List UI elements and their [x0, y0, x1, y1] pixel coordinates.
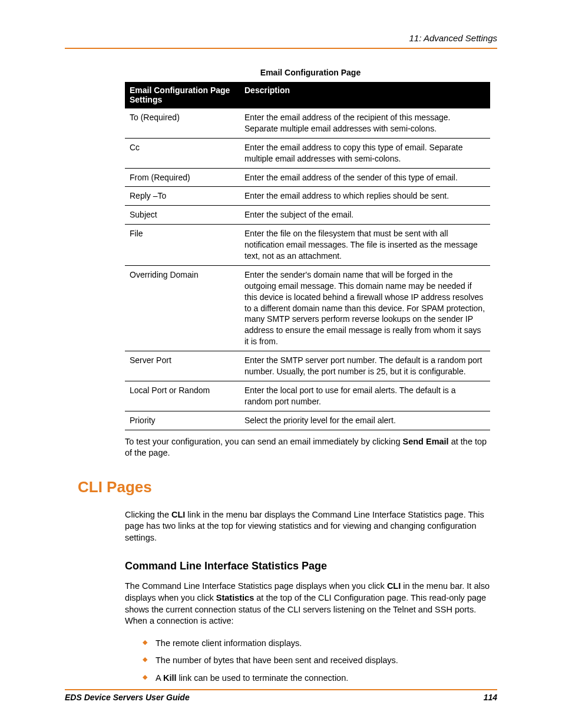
- cell-setting: File: [125, 225, 240, 266]
- bold-text: Statistics: [216, 593, 254, 602]
- page-number: 114: [484, 693, 497, 702]
- text: A: [156, 673, 163, 683]
- cell-setting: Overriding Domain: [125, 265, 240, 351]
- table-row: To (Required)Enter the email address of …: [125, 108, 490, 139]
- bold-text: CLI: [387, 581, 401, 591]
- subsection-heading-cli-stats: Command Line Interface Statistics Page: [125, 560, 497, 572]
- cell-desc: Enter the local port to use for email al…: [240, 381, 490, 411]
- text: link can be used to terminate the connec…: [176, 673, 348, 683]
- table-row: Overriding DomainEnter the sender's doma…: [125, 265, 490, 351]
- table-row: CcEnter the email address to copy this t…: [125, 138, 490, 168]
- cell-setting: Server Port: [125, 351, 240, 381]
- footer-title: EDS Device Servers User Guide: [65, 693, 190, 702]
- table-row: Reply –ToEnter the email address to whic…: [125, 187, 490, 206]
- cell-setting: Cc: [125, 138, 240, 168]
- text: Clicking the: [125, 510, 171, 519]
- cell-setting: Reply –To: [125, 187, 240, 206]
- table-row: Local Port or RandomEnter the local port…: [125, 381, 490, 411]
- list-item: The remote client information displays.: [143, 638, 490, 650]
- cell-setting: To (Required): [125, 108, 240, 139]
- page-footer: EDS Device Servers User Guide 114: [65, 689, 497, 702]
- cell-desc: Enter the file on the filesystem that mu…: [240, 225, 490, 266]
- cell-desc: Select the priority level for the email …: [240, 411, 490, 430]
- table-row: SubjectEnter the subject of the email.: [125, 206, 490, 225]
- cell-setting: Priority: [125, 411, 240, 430]
- cell-desc: Enter the email address to which replies…: [240, 187, 490, 206]
- bold-text: CLI: [171, 510, 185, 519]
- cli-intro-paragraph: Clicking the CLI link in the menu bar di…: [125, 509, 490, 544]
- table-caption: Email Configuration Page: [124, 68, 497, 77]
- after-table-note: To test your configuration, you can send…: [125, 436, 490, 459]
- cell-setting: Local Port or Random: [125, 381, 240, 411]
- cli-stats-paragraph: The Command Line Interface Statistics pa…: [125, 581, 490, 627]
- cell-desc: Enter the email address to copy this typ…: [240, 138, 490, 168]
- table-row: Server PortEnter the SMTP server port nu…: [125, 351, 490, 381]
- cell-desc: Enter the SMTP server port number. The d…: [240, 351, 490, 381]
- list-item: A Kill link can be used to terminate the…: [143, 673, 490, 684]
- cell-desc: Enter the email address of the recipient…: [240, 108, 490, 139]
- cell-setting: Subject: [125, 206, 240, 225]
- bold-text: Kill: [163, 673, 177, 683]
- cell-setting: From (Required): [125, 168, 240, 187]
- footer-rule: [65, 689, 497, 690]
- chapter-header: 11: Advanced Settings: [65, 33, 497, 43]
- email-config-table: Email Configuration Page Settings Descri…: [125, 82, 490, 430]
- table-header-settings: Email Configuration Page Settings: [125, 82, 240, 108]
- cell-desc: Enter the subject of the email.: [240, 206, 490, 225]
- cell-desc: Enter the sender's domain name that will…: [240, 265, 490, 351]
- header-rule: [65, 48, 497, 49]
- text: To test your configuration, you can send…: [125, 437, 402, 446]
- table-header-description: Description: [240, 82, 490, 108]
- section-heading-cli-pages: CLI Pages: [78, 478, 497, 496]
- table-row: FileEnter the file on the filesystem tha…: [125, 225, 490, 266]
- list-item: The number of bytes that have been sent …: [143, 655, 490, 667]
- text: The Command Line Interface Statistics pa…: [125, 581, 387, 591]
- table-row: PrioritySelect the priority level for th…: [125, 411, 490, 430]
- bold-text: Send Email: [402, 437, 448, 446]
- cell-desc: Enter the email address of the sender of…: [240, 168, 490, 187]
- bullet-list: The remote client information displays. …: [143, 638, 490, 684]
- table-row: From (Required)Enter the email address o…: [125, 168, 490, 187]
